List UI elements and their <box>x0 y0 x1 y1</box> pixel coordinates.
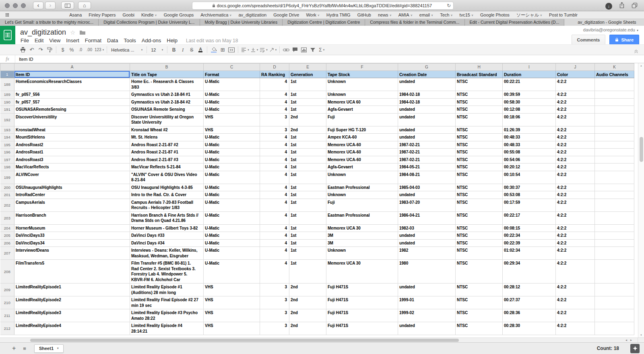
share-button[interactable]: Share <box>609 35 639 45</box>
cell[interactable]: 4 <box>260 184 289 191</box>
cell[interactable]: 1st <box>289 260 326 284</box>
redo-button[interactable]: ↷ <box>36 46 45 54</box>
cell[interactable]: 00:22:39 <box>503 239 556 247</box>
row-number[interactable]: 199 <box>0 171 14 184</box>
cell[interactable]: NTSC <box>456 247 503 260</box>
cell[interactable]: Eastman Professional <box>326 184 398 191</box>
cell[interactable]: OSUInauguralHighlights <box>14 184 130 191</box>
format-percent-button[interactable]: % <box>67 46 76 54</box>
bookmark-item[interactable]: tvc15∨ <box>460 12 473 17</box>
cell[interactable]: IntroRadCenter <box>14 191 130 199</box>
row-number[interactable]: 204 <box>0 224 14 232</box>
cell[interactable]: Mt. St. Helens <box>130 134 204 141</box>
cell[interactable]: NTSC <box>456 91 503 99</box>
cell[interactable]: 3 <box>260 113 289 126</box>
downloads-button[interactable]: ↓ <box>605 3 612 10</box>
menu-file[interactable]: File <box>18 37 32 44</box>
bookmark-item[interactable]: Goobi <box>123 12 134 17</box>
cell[interactable]: OSUNASARemoteSensing <box>14 106 130 114</box>
row-number[interactable]: 195 <box>0 141 14 149</box>
bold-button[interactable]: B <box>169 46 178 54</box>
cell[interactable]: 1984-02-18 <box>398 91 456 99</box>
cell[interactable] <box>595 199 634 211</box>
cell[interactable]: NTSC <box>456 113 503 126</box>
cell[interactable]: undated <box>398 191 456 199</box>
comments-button[interactable]: Comments <box>572 35 606 45</box>
font-selector[interactable]: Helvetica ...▾ <box>109 46 144 54</box>
cell[interactable]: 00:22:34 <box>503 232 556 240</box>
column-header-B[interactable]: B <box>130 64 204 71</box>
insert-chart-button[interactable] <box>299 46 308 54</box>
cell[interactable]: DaVinci Days #33 <box>130 232 204 240</box>
vertical-scroll-thumb[interactable] <box>640 137 643 162</box>
cell[interactable]: AndrosRoast3 <box>14 156 130 164</box>
cell[interactable] <box>595 260 634 284</box>
row-number[interactable]: 1 <box>0 71 14 78</box>
cell[interactable]: 00:29:34 <box>503 260 556 284</box>
header-cell[interactable]: Audio Channels <box>595 71 634 78</box>
close-window-button[interactable] <box>5 3 10 8</box>
cell[interactable]: 1st <box>289 211 326 224</box>
cell[interactable]: Andros Roast 2-21-87 #2 <box>130 141 204 149</box>
cell[interactable]: LimitedRealityEpisode1 <box>14 284 130 296</box>
insert-comment-button[interactable] <box>291 46 299 54</box>
cell[interactable]: fv_p057_557 <box>14 98 130 106</box>
cell[interactable]: U-Matic <box>204 224 260 232</box>
cell[interactable]: Horner Museum - Gilbert Toys 3-82 <box>130 224 204 232</box>
cell[interactable]: 4:2:2 <box>556 134 595 141</box>
cell[interactable] <box>595 239 634 247</box>
text-rotation-button[interactable]: ▾ <box>268 46 278 54</box>
header-cell[interactable]: Item ID <box>14 71 130 78</box>
cell[interactable]: 1999-02 <box>398 309 456 322</box>
cell[interactable]: DaVinci Days #34 <box>130 239 204 247</box>
column-header-H[interactable]: H <box>456 64 503 71</box>
cell[interactable]: "ALVIN" Cover & OSU Dives Video 8-21-84 <box>130 171 204 184</box>
cell[interactable]: Discover Universitility at Oregon State … <box>130 113 204 126</box>
fill-color-button[interactable] <box>209 46 218 54</box>
cell[interactable]: 1st <box>289 247 326 260</box>
cell[interactable]: Memorex UCA-60 <box>326 156 398 164</box>
cell[interactable]: HomeEconomicsResearchClasses <box>14 78 130 91</box>
cell[interactable]: 2nd <box>289 126 326 134</box>
cell[interactable]: Fuji H471S <box>326 322 398 335</box>
cell[interactable]: Unknown <box>326 91 398 99</box>
header-cell[interactable]: Creation Date <box>398 71 456 78</box>
bookmark-item[interactable]: Google Groups <box>164 12 194 17</box>
star-icon[interactable]: ☆ <box>70 29 75 36</box>
cell[interactable]: NTSC <box>456 191 503 199</box>
row-number[interactable]: 209 <box>0 284 14 296</box>
cell[interactable]: NTSC <box>456 322 503 335</box>
row-number[interactable]: 212 <box>0 322 14 335</box>
cell[interactable]: 4 <box>260 98 289 106</box>
cell[interactable]: 4:2:2 <box>556 156 595 164</box>
cell[interactable]: VHS <box>204 309 260 322</box>
cell[interactable]: U-Matic <box>204 149 260 156</box>
bookmarks-grid-icon[interactable] <box>6 13 6 14</box>
cell[interactable]: Gymnastics vs Utah 2-18-84 #2 <box>130 98 204 106</box>
cell[interactable]: 4 <box>260 211 289 224</box>
cell[interactable]: 1st <box>289 156 326 164</box>
vertical-scrollbar[interactable]: ▲ ▼ <box>638 63 644 337</box>
cell[interactable]: NTSC <box>456 164 503 171</box>
minimize-window-button[interactable] <box>13 3 18 8</box>
cell[interactable]: 1984-02-18 <box>398 98 456 106</box>
cell[interactable]: NTSC <box>456 184 503 191</box>
cell[interactable]: U-Matic <box>204 239 260 247</box>
cell[interactable]: 4:2:2 <box>556 113 595 126</box>
cell[interactable]: NTSC <box>456 239 503 247</box>
cell[interactable]: Memorex UCA 60 <box>326 98 398 106</box>
row-number[interactable]: 188 <box>0 78 14 91</box>
cell[interactable]: NTSC <box>456 199 503 211</box>
cell[interactable]: 1984-08-21 <box>398 171 456 184</box>
cell[interactable]: LimitedRealityEpisode3 <box>14 309 130 322</box>
cell[interactable]: U-Matic <box>204 260 260 284</box>
cell[interactable]: NTSC <box>456 106 503 114</box>
bookmark-item[interactable]: Google Photos <box>480 12 510 17</box>
row-number[interactable]: 193 <box>0 126 14 134</box>
menu-data[interactable]: Data <box>104 37 121 44</box>
bookmark-item[interactable]: Post to Tumblr <box>549 12 578 17</box>
cell[interactable]: 4 <box>260 134 289 141</box>
cell[interactable]: U-Matic <box>204 211 260 224</box>
browser-tab[interactable]: Let's Get Small: a tribute to the mighty… <box>0 19 99 26</box>
cell[interactable]: DaVinciDays33 <box>14 232 130 240</box>
